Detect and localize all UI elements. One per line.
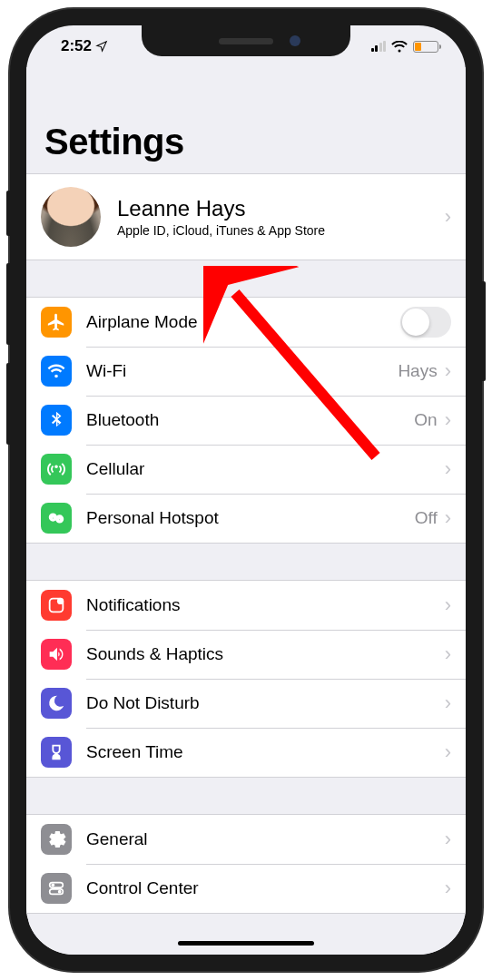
chevron-right-icon: › — [445, 205, 451, 229]
apple-id-subtitle: Apple ID, iCloud, iTunes & App Store — [117, 223, 445, 238]
controlcenter-icon — [41, 873, 72, 904]
cellular-icon — [41, 454, 72, 485]
page-title: Settings — [26, 67, 466, 173]
row-label: Sounds & Haptics — [86, 644, 445, 664]
chevron-right-icon: › — [445, 740, 451, 764]
row-wifi[interactable]: Wi-Fi Hays › — [26, 347, 466, 396]
row-controlcenter[interactable]: Control Center › — [26, 864, 466, 913]
home-indicator[interactable] — [178, 941, 314, 946]
row-label: Personal Hotspot — [86, 508, 415, 528]
wifi-icon — [41, 356, 72, 387]
row-label: Notifications — [86, 595, 445, 615]
chevron-right-icon: › — [445, 593, 451, 617]
svg-point-5 — [58, 890, 62, 894]
chevron-right-icon: › — [445, 359, 451, 383]
chevron-right-icon: › — [445, 408, 451, 432]
row-notifications[interactable]: Notifications › — [26, 581, 466, 630]
row-label: Airplane Mode — [86, 312, 400, 332]
row-detail: Hays — [398, 361, 437, 381]
location-icon — [95, 40, 108, 53]
row-label: Screen Time — [86, 742, 445, 762]
chevron-right-icon: › — [445, 877, 451, 900]
apple-id-name: Leanne Hays — [117, 196, 445, 221]
dnd-icon — [41, 688, 72, 719]
chevron-right-icon: › — [445, 828, 451, 851]
avatar — [41, 187, 101, 247]
chevron-right-icon: › — [445, 691, 451, 715]
row-screentime[interactable]: Screen Time › — [26, 728, 466, 777]
device-frame: 2:52 Settings L — [10, 9, 482, 971]
battery-icon — [413, 41, 438, 53]
row-label: Bluetooth — [86, 410, 414, 430]
general-icon — [41, 824, 72, 855]
notch — [142, 25, 350, 56]
chevron-right-icon: › — [445, 457, 451, 481]
svg-point-3 — [52, 884, 55, 887]
hotspot-icon — [41, 503, 72, 534]
row-label: Do Not Disturb — [86, 693, 445, 713]
row-bluetooth[interactable]: Bluetooth On › — [26, 396, 466, 445]
status-time: 2:52 — [61, 37, 92, 55]
svg-point-1 — [57, 598, 64, 604]
row-general[interactable]: General › — [26, 815, 466, 864]
notifications-icon — [41, 590, 72, 621]
screen: 2:52 Settings L — [26, 25, 466, 955]
row-dnd[interactable]: Do Not Disturb › — [26, 679, 466, 728]
row-detail: On — [414, 410, 437, 430]
wifi-signal-icon — [391, 41, 408, 53]
airplane-icon — [41, 307, 72, 338]
row-detail: Off — [415, 508, 438, 528]
row-hotspot[interactable]: Personal Hotspot Off › — [26, 494, 466, 543]
row-label: Control Center — [86, 878, 445, 898]
sounds-icon — [41, 639, 72, 670]
row-label: General — [86, 829, 445, 849]
chevron-right-icon: › — [445, 506, 451, 530]
screentime-icon — [41, 737, 72, 768]
apple-id-row[interactable]: Leanne Hays Apple ID, iCloud, iTunes & A… — [26, 174, 466, 260]
row-label: Wi-Fi — [86, 361, 398, 381]
chevron-right-icon: › — [445, 642, 451, 666]
row-airplane-mode[interactable]: Airplane Mode — [26, 298, 466, 347]
airplane-toggle[interactable] — [400, 307, 451, 338]
row-label: Cellular — [86, 459, 445, 479]
cellular-signal-icon — [371, 41, 387, 52]
row-cellular[interactable]: Cellular › — [26, 445, 466, 494]
bluetooth-icon — [41, 405, 72, 436]
row-sounds[interactable]: Sounds & Haptics › — [26, 630, 466, 679]
